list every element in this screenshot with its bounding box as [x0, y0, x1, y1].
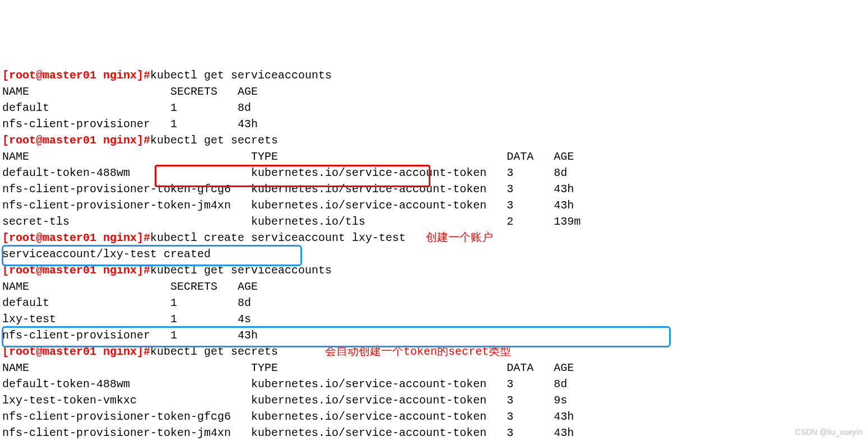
command-text: kubectl create serviceaccount lxy-test — [150, 231, 406, 244]
table-row: nfs-client-provisioner 1 43h — [2, 118, 258, 131]
command-text: kubectl get serviceaccounts — [150, 69, 332, 82]
command-text: kubectl get secrets — [150, 134, 278, 147]
annotation-auto-secret: 会自动创建一个token的secret类型 — [325, 345, 511, 358]
table-row: default-token-488wm kubernetes.io/servic… — [2, 166, 567, 179]
table-row: lxy-test 1 4s — [2, 313, 251, 326]
table-row: nfs-client-provisioner 1 43h — [2, 329, 258, 342]
command-text: kubectl get secrets — [150, 345, 278, 358]
table-row: default 1 8d — [2, 101, 251, 114]
table-row: default 1 8d — [2, 296, 251, 309]
table-header: NAME TYPE DATA AGE — [2, 150, 574, 163]
table-row: nfs-client-provisioner-token-jm4xn kuber… — [2, 426, 574, 439]
table-row: nfs-client-provisioner-token-jm4xn kuber… — [2, 199, 574, 212]
shell-prompt: [root@master01 nginx]# — [2, 231, 150, 244]
watermark-text: CSDN @liu_xueyin — [795, 426, 862, 438]
table-row: default-token-488wm kubernetes.io/servic… — [2, 378, 567, 391]
output-text: serviceaccount/lxy-test created — [2, 248, 211, 261]
table-header: NAME SECRETS AGE — [2, 280, 258, 293]
table-row: lxy-test-token-vmkxc kubernetes.io/servi… — [2, 394, 567, 407]
table-row: nfs-client-provisioner-token-gfcg6 kuber… — [2, 410, 574, 423]
shell-prompt: [root@master01 nginx]# — [2, 134, 150, 147]
table-header: NAME SECRETS AGE — [2, 85, 258, 98]
table-row: secret-tls kubernetes.io/tls 2 139m — [2, 215, 581, 228]
table-header: NAME TYPE DATA AGE — [2, 361, 574, 374]
terminal-output: [root@master01 nginx]#kubectl get servic… — [2, 67, 866, 441]
shell-prompt: [root@master01 nginx]# — [2, 69, 150, 82]
annotation-create-account: 创建一个账户 — [426, 231, 493, 244]
command-text: kubectl get serviceaccounts — [150, 264, 332, 277]
table-row: nfs-client-provisioner-token-gfcg6 kuber… — [2, 183, 574, 196]
shell-prompt: [root@master01 nginx]# — [2, 345, 150, 358]
shell-prompt: [root@master01 nginx]# — [2, 264, 150, 277]
